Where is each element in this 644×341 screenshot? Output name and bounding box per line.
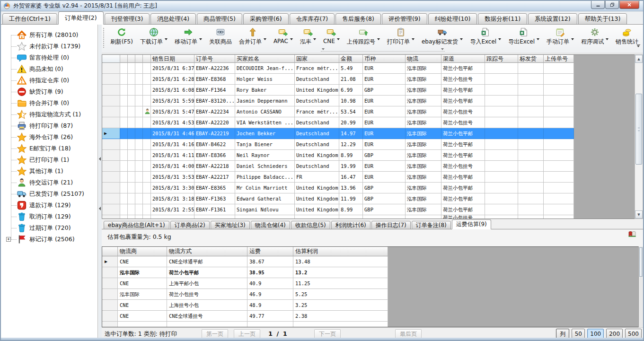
detail-tab-1[interactable]: ebay商品信息(Alt+1) [104, 221, 169, 229]
sidebar-item-12[interactable]: 已打印订单 (1) [1, 154, 97, 166]
toolbar-button-12[interactable]: 导入Excel [467, 26, 504, 47]
dropdown-caret-icon[interactable] [377, 38, 380, 40]
sidebar-item-17[interactable]: 取消订单 (129) [1, 211, 97, 222]
dropdown-caret-icon[interactable] [606, 38, 609, 40]
shipping-row-2[interactable]: 泓丰国际荷兰小包平邮38.9513.2 [102, 267, 643, 278]
order-row-3[interactable]: 2015/8/31 6:08EBAY-F1364Rory BakerUnited… [102, 85, 643, 96]
first-page-button[interactable]: 第一页 [202, 329, 228, 339]
next-page-button[interactable]: 下一页 [314, 329, 341, 339]
toolbar-button-2[interactable]: 下载订单 [137, 26, 171, 47]
detail-tab-6[interactable]: 利润统计(6) [331, 221, 371, 229]
toolbar-button-9[interactable]: 上传跟踪号 [344, 26, 383, 47]
main-tab-11[interactable]: 数据分析(11) [478, 13, 527, 25]
scrollbar-thumb[interactable] [639, 247, 643, 277]
order-row-2[interactable]: 2015/8/31 6:28EBAY-E8368Holger WeissDeut… [102, 74, 643, 85]
minimize-button[interactable] [591, 1, 605, 9]
toolbar-grip[interactable] [103, 28, 106, 48]
column-header[interactable]: 渠道 [441, 55, 485, 63]
dropdown-caret-icon[interactable] [337, 38, 340, 40]
column-header[interactable]: 物流商 [118, 247, 167, 256]
dropdown-caret-icon[interactable] [165, 38, 168, 40]
sidebar-item-11[interactable]: E邮宝订单 (18) [1, 143, 97, 154]
toolbar-button-6[interactable]: APAC [270, 26, 296, 45]
column-header[interactable]: 买家姓名 [235, 55, 295, 63]
dropdown-caret-icon[interactable] [537, 38, 539, 40]
column-header-empty-col[interactable] [128, 55, 135, 63]
dropdown-caret-icon[interactable] [264, 38, 266, 40]
order-row-11[interactable]: 2015/8/31 3:53EBAY-A22217Philippe Baldac… [102, 172, 643, 183]
toolbar-button-8[interactable]: CNE [320, 26, 343, 45]
toolbar-button-5[interactable]: 合并订单 [236, 26, 270, 47]
sidebar-item-14[interactable]: 待交运订单 (21) [1, 177, 97, 188]
order-row-1[interactable]: 2015/8/31 6:37EBAY-A22236DECOUDIER Jean-… [102, 63, 643, 74]
shipping-scrollbar[interactable] [638, 246, 643, 327]
column-header[interactable]: 订单号 [194, 55, 235, 63]
dropdown-caret-icon[interactable] [498, 38, 501, 40]
detail-tab-3[interactable]: 买家地址(3) [211, 221, 250, 229]
main-tab-6[interactable]: 采购管理(6) [243, 13, 289, 25]
order-row-5[interactable]: 2015/8/31 5:47EBAY-A22234Antonio CASSANO… [102, 106, 643, 117]
sidebar-item-2[interactable]: 未付款订单 (1739) [1, 41, 97, 52]
column-header[interactable]: 国家 [295, 55, 339, 63]
column-header[interactable]: 金额 [339, 55, 363, 63]
column-header-empty-col[interactable] [120, 55, 128, 63]
toolbar-button-11[interactable]: ebay标记发货 [418, 26, 466, 47]
dropdown-caret-icon[interactable] [571, 38, 574, 40]
toolbar-button-3[interactable]: 移动订单 [171, 26, 205, 47]
toolbar-button-10[interactable]: 打印订单 [384, 26, 418, 47]
order-row-9[interactable]: 2015/8/31 4:11EBAY-E8366Neil RaynorUnite… [102, 150, 643, 161]
sidebar-item-15[interactable]: 已发货订单 (25107) [1, 188, 97, 200]
dropdown-caret-icon[interactable] [412, 38, 415, 40]
scrollbar-thumb[interactable] [635, 94, 642, 165]
sidebar-item-16[interactable]: 退款订单 (129) [1, 200, 97, 211]
sidebar-item-19[interactable]: 标记订单 (2506) [1, 234, 97, 245]
sidebar-item-4[interactable]: 商品未知 (0) [1, 63, 97, 75]
main-tab-1[interactable]: 工作台(Ctrl+1) [2, 13, 57, 25]
sidebar-item-1[interactable]: 所有订单 (28010) [1, 29, 97, 41]
scroll-down-icon[interactable]: ▼ [635, 210, 643, 219]
toolbar-overflow-button[interactable] [635, 43, 642, 49]
dropdown-caret-icon[interactable] [290, 38, 293, 40]
sidebar-item-13[interactable]: 其他订单 (1) [1, 166, 97, 177]
column-header[interactable]: 估算利润 [293, 247, 388, 256]
scroll-up-icon[interactable]: ▲ [635, 55, 643, 63]
toolbar-button-15[interactable]: 程序调试 [578, 26, 612, 47]
sidebar-item-5[interactable]: 待指定仓库 (0) [1, 75, 97, 86]
sidebar-item-9[interactable]: 待打印订单 (87) [1, 120, 97, 131]
last-page-button[interactable]: 最后页 [395, 329, 422, 339]
shipping-row-3[interactable]: CNE上海平邮小包40.911.25 [102, 278, 643, 289]
column-header[interactable]: 物流 [406, 55, 441, 63]
main-tab-3[interactable]: 刊登管理(3) [105, 13, 150, 25]
shipping-row-1[interactable]: CNECNE全球通平邮38.6713.48 [102, 256, 643, 267]
shipping-row-6[interactable]: CNECNE全球通挂号49.772.38 [102, 311, 643, 322]
orders-scrollbar[interactable]: ▲ ▼ [635, 54, 643, 219]
detail-tab-9[interactable]: 运费估算(9) [452, 219, 491, 229]
close-button[interactable] [619, 1, 639, 9]
toolbar-button-1[interactable]: 刷新(F5) [107, 26, 136, 47]
sidebar-item-10[interactable]: 海外仓订单 (26) [1, 131, 97, 143]
sidebar-item-8[interactable]: 待指定物流方式 (1) [1, 109, 97, 120]
toolbar-button-13[interactable]: 导出Excel [505, 26, 543, 47]
column-header-row-selector[interactable] [102, 55, 120, 63]
detail-tab-2[interactable]: 订单商品(2) [170, 221, 210, 229]
splitter[interactable] [98, 25, 102, 340]
detail-tab-8[interactable]: 订单备注(8) [412, 221, 451, 229]
main-tab-2[interactable]: 订单处理(2) [58, 11, 104, 25]
order-row-7[interactable]: 2015/8/31 4:46EBAY-A22219Jochen BekkerDe… [102, 128, 643, 139]
column-header-icon-col[interactable] [143, 55, 151, 63]
detail-tab-4[interactable]: 物流仓储(4) [251, 221, 290, 229]
column-header[interactable]: 上传单号 [544, 55, 574, 63]
main-tab-9[interactable]: 评价管理(9) [382, 13, 427, 25]
toolbar-button-14[interactable]: 手动订单 [543, 26, 577, 47]
main-tab-12[interactable]: 系统设置(12) [528, 13, 577, 25]
detail-tab-5[interactable]: 收款信息(5) [291, 221, 330, 229]
sidebar-item-6[interactable]: 缺货订单 (9) [1, 86, 97, 97]
main-tab-10[interactable]: 纠纷处理(10) [428, 13, 477, 25]
dropdown-caret-icon[interactable] [460, 38, 463, 40]
toolbar-button-7[interactable]: 泓丰 [297, 26, 319, 47]
main-tab-7[interactable]: 仓库库存(7) [290, 13, 335, 25]
main-tab-13[interactable]: 帮助关于(13) [578, 13, 627, 25]
sidebar-item-7[interactable]: 待合并订单 (0) [1, 97, 97, 109]
sidebar-item-18[interactable]: 过期订单 (720) [1, 222, 97, 234]
prev-page-button[interactable]: 上一页 [234, 329, 260, 339]
